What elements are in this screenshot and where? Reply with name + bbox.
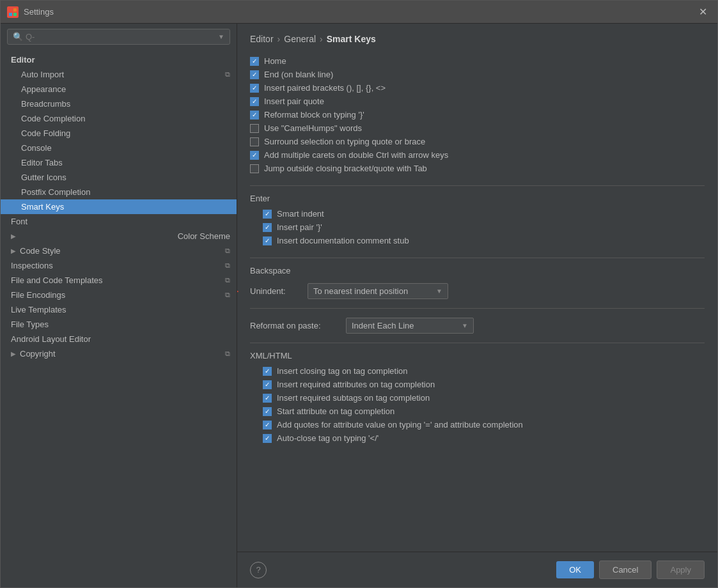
search-input[interactable] — [26, 32, 218, 42]
sidebar-item-code-folding[interactable]: Code Folding — [1, 126, 237, 141]
window-title: Settings — [24, 7, 695, 17]
checkbox-paired-brackets: Insert paired brackets (), [], {}, <> — [250, 81, 705, 95]
checkbox-insert-doc-stub-input[interactable] — [263, 236, 272, 245]
search-dropdown-icon[interactable]: ▼ — [218, 33, 224, 40]
svg-rect-0 — [9, 8, 12, 12]
checkbox-insert-pair-input[interactable] — [263, 223, 272, 232]
collapse-arrow-icon: ▶ — [11, 233, 16, 240]
checkbox-paired-brackets-input[interactable] — [250, 84, 259, 93]
sidebar-item-file-types[interactable]: File Types — [1, 317, 237, 332]
unindent-label: Unindent: — [250, 286, 301, 296]
checkbox-required-subtags-label: Insert required subtags on tag completio… — [277, 393, 430, 403]
collapse-arrow-icon: ▶ — [11, 247, 16, 254]
checkbox-smart-indent-input[interactable] — [263, 210, 272, 219]
sidebar-item-inspections[interactable]: Inspections ⧉ — [1, 258, 237, 273]
sidebar-item-appearance[interactable]: Appearance — [1, 82, 237, 97]
checkbox-start-attr-input[interactable] — [263, 407, 272, 416]
checkbox-required-subtags-input[interactable] — [263, 394, 272, 403]
checkbox-add-quotes-label: Add quotes for attribute value on typing… — [277, 420, 523, 429]
checkbox-jump-outside-label: Jump outside closing bracket/quote with … — [264, 164, 427, 173]
checkbox-pair-quote-input[interactable] — [250, 97, 259, 106]
checkbox-required-attrs-label: Insert required attributes on tag comple… — [277, 380, 435, 389]
sidebar: 🔍 ▼ Editor Auto Import ⧉ Appearance Brea… — [1, 24, 237, 587]
sidebar-item-postfix-completion[interactable]: Postfix Completion — [1, 185, 237, 199]
svg-rect-3 — [13, 13, 17, 16]
unindent-dropdown[interactable]: To nearest indent position ▼ — [308, 283, 448, 299]
checkbox-end-label: End (on blank line) — [264, 70, 333, 79]
checkbox-home: Home — [250, 54, 705, 68]
breadcrumb-editor: Editor — [250, 34, 274, 44]
collapse-arrow-icon: ▶ — [11, 350, 16, 357]
checkbox-camel-humps: Use "CamelHumps" words — [250, 121, 705, 135]
divider-2 — [250, 258, 705, 258]
checkbox-insert-pair: Insert pair '}' — [263, 220, 705, 234]
enter-section-label: Enter — [250, 194, 705, 203]
reformat-value: Indent Each Line — [352, 321, 414, 330]
sidebar-item-file-code-templates[interactable]: File and Code Templates ⧉ — [1, 273, 237, 288]
close-button[interactable]: ✕ — [695, 4, 711, 19]
apply-button[interactable]: Apply — [657, 561, 705, 579]
checkbox-auto-close-tag-input[interactable] — [263, 434, 272, 443]
search-icon: 🔍 — [13, 32, 23, 42]
checkbox-multiple-carets-label: Add multiple carets on double Ctrl with … — [264, 150, 448, 160]
checkbox-jump-outside-input[interactable] — [250, 164, 259, 173]
checkbox-add-quotes-input[interactable] — [263, 421, 272, 429]
sidebar-item-smart-keys[interactable]: Smart Keys — [1, 199, 237, 214]
sidebar-item-live-templates[interactable]: Live Templates — [1, 302, 237, 317]
checkbox-required-attrs-input[interactable] — [263, 380, 272, 389]
checkbox-reformat-block-input[interactable] — [250, 111, 259, 120]
checkbox-surround-selection: Surround selection on typing quote or br… — [250, 135, 705, 148]
sidebar-item-editor-tabs[interactable]: Editor Tabs — [1, 155, 237, 170]
svg-rect-1 — [13, 8, 17, 12]
sidebar-item-auto-import[interactable]: Auto Import ⧉ — [1, 67, 237, 82]
checkbox-closing-tag-label: Insert closing tag on tag completion — [277, 366, 408, 376]
checkbox-surround-selection-input[interactable] — [250, 137, 259, 146]
cancel-button[interactable]: Cancel — [599, 561, 652, 579]
checkbox-paired-brackets-label: Insert paired brackets (), [], {}, <> — [264, 83, 386, 93]
sidebar-item-gutter-icons[interactable]: Gutter Icons — [1, 170, 237, 185]
checkbox-camel-humps-input[interactable] — [250, 124, 259, 133]
copy-icon: ⧉ — [225, 261, 230, 270]
checkbox-required-subtags: Insert required subtags on tag completio… — [263, 391, 705, 405]
sidebar-tree: Editor Auto Import ⧉ Appearance Breadcru… — [1, 50, 237, 587]
sidebar-item-code-style[interactable]: ▶ Code Style ⧉ — [1, 244, 237, 258]
checkbox-surround-selection-label: Surround selection on typing quote or br… — [264, 137, 425, 146]
divider-4 — [250, 343, 705, 343]
sidebar-item-code-completion[interactable]: Code Completion — [1, 111, 237, 126]
checkbox-closing-tag-input[interactable] — [263, 367, 272, 376]
checkbox-home-input[interactable] — [250, 57, 259, 66]
checkbox-smart-indent-label: Smart indent — [277, 209, 324, 219]
checkbox-closing-tag: Insert closing tag on tag completion — [263, 364, 705, 378]
dropdown-arrow-icon: ▼ — [436, 288, 442, 295]
checkbox-end: End (on blank line) — [250, 68, 705, 81]
search-box[interactable]: 🔍 ▼ — [7, 29, 230, 45]
main-content: Editor › General › Smart Keys Home End (… — [237, 24, 717, 552]
main-panel: Editor › General › Smart Keys Home End (… — [237, 24, 717, 587]
checkbox-multiple-carets-input[interactable] — [250, 151, 259, 160]
checkbox-end-input[interactable] — [250, 70, 259, 79]
sidebar-item-color-scheme[interactable]: ▶ Color Scheme — [1, 229, 237, 244]
ok-button[interactable]: OK — [556, 561, 594, 578]
copy-icon: ⧉ — [225, 276, 230, 284]
unindent-row: Unindent: To nearest indent position ▼ — [250, 279, 705, 303]
title-bar: Settings ✕ — [1, 1, 717, 24]
annotation-arrow — [237, 280, 244, 303]
reformat-dropdown[interactable]: Indent Each Line ▼ — [346, 318, 474, 334]
breadcrumb-sep-2: › — [320, 34, 323, 44]
help-button[interactable]: ? — [250, 562, 267, 578]
xml-section-label: XML/HTML — [250, 351, 705, 360]
checkbox-insert-doc-stub-label: Insert documentation comment stub — [277, 236, 409, 245]
checkbox-pair-quote: Insert pair quote — [250, 95, 705, 108]
checkbox-reformat-block-label: Reformat block on typing '}' — [264, 110, 364, 120]
sidebar-item-font[interactable]: Font — [1, 214, 237, 229]
bottom-right: OK Cancel Apply — [556, 561, 705, 579]
content-area: 🔍 ▼ Editor Auto Import ⧉ Appearance Brea… — [1, 24, 717, 587]
sidebar-item-file-encodings[interactable]: File Encodings ⧉ — [1, 288, 237, 302]
sidebar-item-breadcrumbs[interactable]: Breadcrumbs — [1, 97, 237, 111]
copy-icon: ⧉ — [225, 350, 230, 358]
checkbox-pair-quote-label: Insert pair quote — [264, 97, 324, 106]
sidebar-item-console[interactable]: Console — [1, 141, 237, 155]
checkbox-auto-close-tag-label: Auto-close tag on typing '</' — [277, 433, 379, 443]
sidebar-item-copyright[interactable]: ▶ Copyright ⧉ — [1, 346, 237, 361]
sidebar-item-android-layout-editor[interactable]: Android Layout Editor — [1, 332, 237, 346]
